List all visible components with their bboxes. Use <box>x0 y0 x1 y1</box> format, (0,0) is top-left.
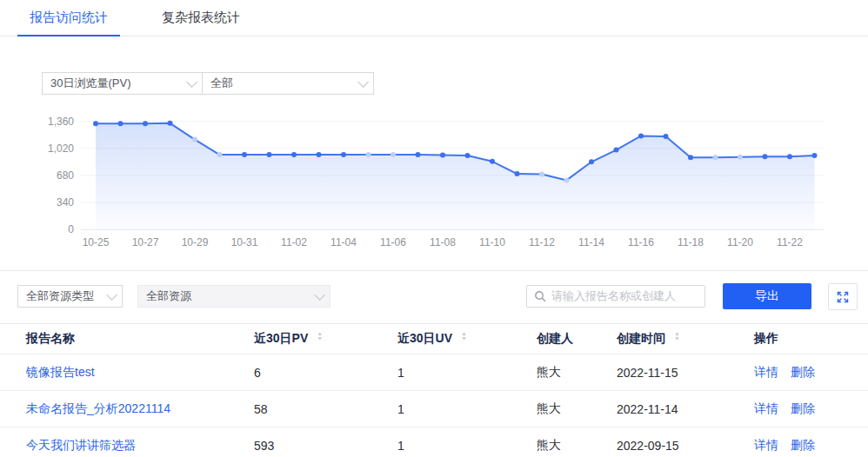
chart-point[interactable] <box>341 152 346 157</box>
table-header-cell: 近30日UV▲▼ <box>397 331 537 347</box>
column-label: 创建人 <box>537 331 573 347</box>
sort-caret-icon[interactable]: ▲▼ <box>461 334 467 344</box>
table-header-cell: 创建人 <box>537 331 617 347</box>
chart-point[interactable] <box>192 137 197 142</box>
table-row: 今天我们讲讲筛选器5931熊大2022-09-15详情删除 <box>0 427 868 457</box>
scope-select[interactable]: 全部 <box>202 72 374 95</box>
chart-point[interactable] <box>93 121 98 126</box>
created-date-text: 2022-11-15 <box>617 366 678 380</box>
sort-caret-icon[interactable]: ▲▼ <box>674 334 680 344</box>
table-body: 镜像报告test61熊大2022-11-15详情删除未命名报告_分析202211… <box>0 354 868 457</box>
chart-point[interactable] <box>738 155 743 160</box>
column-label: 操作 <box>754 331 778 347</box>
detail-link[interactable]: 详情 <box>754 365 778 381</box>
metric-select[interactable]: 30日浏览量(PV) <box>42 72 203 95</box>
trend-chart-svg: 03406801,0201,36010-2510-2710-2910-3111-… <box>0 109 868 256</box>
chart-point[interactable] <box>366 152 371 157</box>
chart-point[interactable] <box>787 154 792 159</box>
search-icon <box>534 290 546 302</box>
detail-link[interactable]: 详情 <box>754 438 778 454</box>
delete-link[interactable]: 删除 <box>791 438 815 454</box>
report-name-link-text[interactable]: 今天我们讲讲筛选器 <box>26 438 136 454</box>
creator-value-text: 熊大 <box>537 365 561 381</box>
x-tick-label: 11-10 <box>479 236 505 248</box>
chart-point[interactable] <box>490 159 495 164</box>
created-date: 2022-11-14 <box>617 402 754 416</box>
sort-caret-icon[interactable]: ▲▼ <box>317 334 323 344</box>
chart-point[interactable] <box>168 121 173 126</box>
chart-point[interactable] <box>267 152 272 157</box>
uv-value: 1 <box>397 439 537 453</box>
detail-link[interactable]: 详情 <box>754 401 778 417</box>
chart-point[interactable] <box>118 121 124 126</box>
chart-area-fill <box>96 123 815 230</box>
chart-point[interactable] <box>713 155 718 160</box>
resource-type-value: 全部资源类型 <box>26 288 94 304</box>
x-tick-label: 11-20 <box>727 236 753 248</box>
metric-select-value: 30日浏览量(PV) <box>50 76 130 91</box>
x-tick-label: 11-16 <box>628 236 654 248</box>
tab-complex-report-stats[interactable]: 复杂报表统计 <box>150 0 252 36</box>
chart-point[interactable] <box>638 133 644 138</box>
creator-value: 熊大 <box>537 438 617 454</box>
table-row: 未命名报告_分析20221114581熊大2022-11-14详情删除 <box>0 391 868 427</box>
expand-icon <box>836 290 850 304</box>
chart-point[interactable] <box>539 172 544 177</box>
creator-value: 熊大 <box>537 401 617 417</box>
chart-point[interactable] <box>564 177 570 182</box>
y-tick-label: 1,360 <box>48 116 74 128</box>
x-tick-label: 11-04 <box>331 236 357 248</box>
column-label: 近30日UV <box>397 331 452 347</box>
delete-link[interactable]: 删除 <box>791 365 815 381</box>
chevron-down-icon <box>314 289 325 301</box>
chart-point[interactable] <box>143 121 148 126</box>
chart-point[interactable] <box>317 152 322 157</box>
chart-point[interactable] <box>242 152 247 157</box>
chart-point[interactable] <box>589 159 594 164</box>
x-tick-label: 11-08 <box>430 236 456 248</box>
chevron-down-icon <box>186 76 197 88</box>
report-search-input[interactable]: 请输入报告名称或创建人 <box>526 285 705 308</box>
column-label: 报告名称 <box>26 331 75 347</box>
chart-point[interactable] <box>440 153 445 158</box>
resource-type-select[interactable]: 全部资源类型 <box>17 285 123 308</box>
chart-point[interactable] <box>465 153 471 158</box>
chart-point[interactable] <box>614 148 619 153</box>
delete-link[interactable]: 删除 <box>791 401 815 417</box>
chart-point[interactable] <box>515 171 520 176</box>
table-header-row: 报告名称近30日PV▲▼近30日UV▲▼创建人创建时间▲▼操作 <box>0 323 868 354</box>
creator-value-text: 熊大 <box>537 438 561 454</box>
report-table: 报告名称近30日PV▲▼近30日UV▲▼创建人创建时间▲▼操作 镜像报告test… <box>0 323 868 457</box>
chart-point[interactable] <box>291 152 297 157</box>
search-placeholder: 请输入报告名称或创建人 <box>551 288 676 304</box>
export-button[interactable]: 导出 <box>723 283 811 309</box>
table-header-cell: 创建时间▲▼ <box>617 331 754 347</box>
uv-value: 1 <box>397 366 537 380</box>
report-name-link-text[interactable]: 镜像报告test <box>26 365 95 381</box>
chevron-down-icon <box>106 289 117 301</box>
uv-value-text: 1 <box>397 439 404 453</box>
resource-select[interactable]: 全部资源 <box>137 285 331 308</box>
chart-point[interactable] <box>416 152 421 157</box>
table-header-cell: 报告名称 <box>26 331 254 347</box>
uv-value: 1 <box>397 402 537 416</box>
chart-point[interactable] <box>812 153 818 158</box>
report-name-link-text[interactable]: 未命名报告_分析20221114 <box>26 401 170 417</box>
chart-point[interactable] <box>763 154 768 159</box>
chart-point[interactable] <box>664 134 669 139</box>
tab-report-access-stats[interactable]: 报告访问统计 <box>17 0 120 36</box>
pv-trend-chart: 03406801,0201,36010-2510-2710-2910-3111-… <box>0 109 868 256</box>
table-header-cell: 操作 <box>754 331 868 347</box>
x-tick-label: 11-14 <box>578 236 604 248</box>
chart-point[interactable] <box>217 152 223 157</box>
chart-point[interactable] <box>391 152 396 157</box>
uv-value-text: 1 <box>397 366 404 380</box>
column-label: 创建时间 <box>617 331 665 347</box>
resource-select-value: 全部资源 <box>146 288 191 304</box>
y-tick-label: 1,020 <box>48 142 74 155</box>
fullscreen-button[interactable] <box>828 283 858 310</box>
report-name-link: 未命名报告_分析20221114 <box>26 401 254 417</box>
chart-point[interactable] <box>688 155 693 160</box>
creator-value-text: 熊大 <box>537 401 561 417</box>
x-tick-label: 10-31 <box>231 236 258 248</box>
